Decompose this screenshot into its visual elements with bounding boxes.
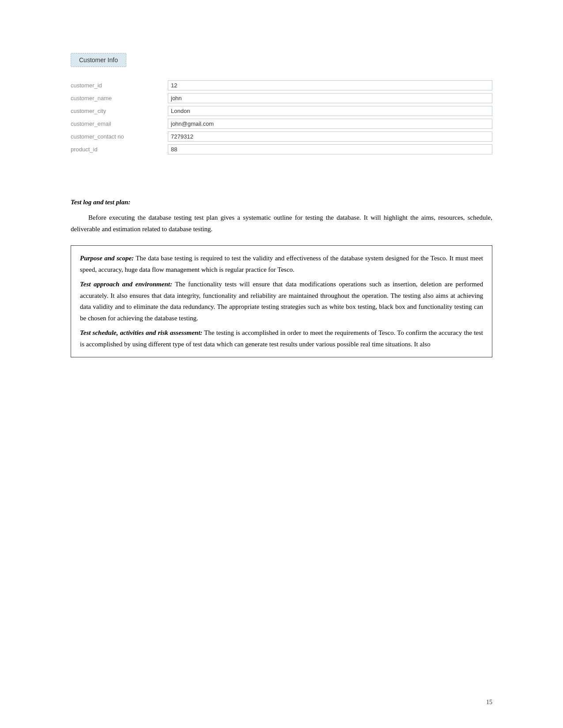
info-box: Purpose and scope: The data base testing… (71, 245, 492, 357)
field-input-product_id[interactable] (168, 144, 492, 154)
field-input-customer_contact-no[interactable] (168, 131, 492, 142)
test-log-intro: Before executing the database testing te… (71, 212, 492, 235)
info-box-bold-prefix-0: Purpose and scope: (80, 255, 134, 262)
customer-info-section: Customer Info customer_idcustomer_namecu… (71, 53, 492, 154)
info-box-bold-prefix-2: Test schedule, activities and risk asses… (80, 329, 202, 336)
spacer (71, 172, 492, 199)
form-row: customer_contact no (71, 131, 492, 142)
field-input-customer_name[interactable] (168, 93, 492, 103)
field-input-customer_city[interactable] (168, 106, 492, 116)
field-label: customer_id (71, 82, 168, 89)
field-label: customer_city (71, 108, 168, 114)
info-box-paragraph-2: Test schedule, activities and risk asses… (80, 327, 483, 350)
customer-info-box: Customer Info (71, 53, 126, 67)
test-log-heading: Test log and test plan: (71, 199, 492, 206)
form-row: product_id (71, 144, 492, 154)
info-box-bold-prefix-1: Test approach and environment: (80, 281, 172, 288)
form-row: customer_city (71, 106, 492, 116)
field-label: customer_contact no (71, 133, 168, 140)
info-box-content: Purpose and scope: The data base testing… (80, 253, 483, 350)
form-row: customer_id (71, 80, 492, 90)
field-input-customer_id[interactable] (168, 80, 492, 90)
field-label: customer_name (71, 95, 168, 101)
form-row: customer_name (71, 93, 492, 103)
field-input-customer_email[interactable] (168, 119, 492, 129)
form-fields-container: customer_idcustomer_namecustomer_citycus… (71, 80, 492, 154)
field-label: customer_email (71, 120, 168, 127)
test-log-section: Test log and test plan: Before executing… (71, 199, 492, 235)
form-row: customer_email (71, 119, 492, 129)
info-box-paragraph-1: Test approach and environment: The funct… (80, 279, 483, 324)
info-box-paragraph-0: Purpose and scope: The data base testing… (80, 253, 483, 275)
customer-info-title: Customer Info (79, 56, 118, 64)
field-label: product_id (71, 146, 168, 153)
page: Customer Info customer_idcustomer_namecu… (0, 0, 563, 728)
page-number: 15 (486, 699, 492, 706)
